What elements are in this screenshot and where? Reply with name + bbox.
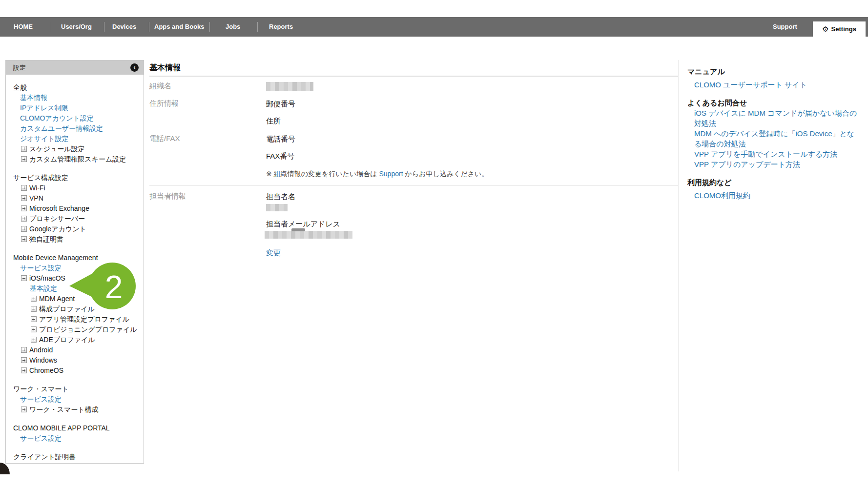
nav-item-home[interactable]: HOME [14,17,33,37]
tree-item-label: サービス構成設定 [13,174,68,182]
expand-toggle-icon[interactable] [21,357,27,363]
nav-item-support[interactable]: Support [773,17,797,37]
terms-link-clomo[interactable]: CLOMO利用規約 [687,190,859,201]
expand-toggle-icon[interactable] [21,205,27,211]
tree-item: 構成プロファイル [6,304,144,314]
tree-item-label: CLOMO MOBILE APP PORTAL [13,424,110,432]
tree-item: ワーク・スマート [6,384,144,394]
expand-toggle-icon[interactable] [21,195,27,201]
tree-item-label[interactable]: IPアドレス制限 [20,104,68,112]
settings-tab-label: Settings [831,25,856,33]
change-link[interactable]: 変更 [266,248,281,258]
fax-number-label: FAX番号 [266,152,294,161]
tree-item: サービス設定 [6,433,144,444]
expand-toggle-icon[interactable] [21,226,27,232]
tree-item-label[interactable]: ジオサイト設定 [20,135,69,142]
tree-item: Windows [6,355,144,366]
manual-link-user-support-site[interactable]: CLOMO ユーザーサポート サイト [687,80,859,90]
tree-item-label[interactable]: サービス設定 [20,264,62,272]
cutoff-dark-shape [0,463,10,474]
expand-toggle-icon[interactable] [31,326,37,332]
support-link[interactable]: Support [379,170,403,178]
phone-number-label: 電話番号 [266,135,295,144]
tree-item-label[interactable]: 基本情報 [20,94,47,102]
expand-toggle-icon[interactable] [21,185,27,191]
nav-separator [257,22,258,32]
page-title: 基本情報 [149,63,181,73]
tree-item: Wi-Fi [6,183,144,193]
divider [149,76,678,77]
redacted-email-remnant [291,228,305,231]
faq-link-mdm-command[interactable]: iOS デバイスに MDM コマンドが届かない場合の対処法 [687,108,859,128]
nav-separator [51,22,51,32]
tree-item-label: VPN [29,194,43,202]
expand-toggle-icon[interactable] [31,296,37,302]
contact-name-label: 担当者名 [266,192,295,202]
tree-item-label[interactable]: サービス設定 [20,434,62,442]
tree-item-label: Mobile Device Management [13,254,98,262]
tree-item: 基本情報 [6,93,144,103]
redacted-contact-email [265,231,352,239]
tree-item-label[interactable]: 基本設定 [30,285,57,292]
tree-item-label: カスタム管理権限スキーム設定 [29,155,126,163]
nav-item-reports[interactable]: Reports [269,17,293,37]
expand-toggle-icon[interactable] [21,236,27,242]
tree-item-label: 独自証明書 [29,235,63,243]
tree-item-label: アプリ管理設定プロファイル [39,315,129,323]
tree-item: カスタム管理権限スキーム設定 [6,154,144,164]
nav-item-users-org[interactable]: Users/Org [61,17,92,37]
tree-item-label: Googleアカウント [29,225,86,233]
tree-item: サービス設定 [6,263,144,273]
faq-link-vpp-update[interactable]: VPP アプリのアップデート方法 [687,159,859,169]
tree-item: アプリ管理設定プロファイル [6,314,144,325]
tree-item-label: iOS/macOS [29,274,65,282]
tree-item: ChromeOS [6,366,144,376]
expand-toggle-icon[interactable] [21,275,27,281]
faq-link-vpp-manual-install[interactable]: VPP アプリを手動でインストールする方法 [687,149,859,159]
address-info-label: 住所情報 [149,99,179,108]
tree-item-label: クライアント証明書 [13,453,76,461]
redacted-org-name [266,82,313,91]
faq-header: よくあるお問合せ [687,98,859,108]
expand-toggle-icon[interactable] [21,347,27,353]
tree-item: 全般 [6,82,144,93]
expand-toggle-icon[interactable] [21,216,27,222]
tree-item: Mobile Device Management [6,253,144,263]
address-field-label: 住所 [266,117,281,126]
settings-tab[interactable]: ⚙ Settings [813,21,866,37]
tree-item-label[interactable]: サービス設定 [20,395,62,403]
tree-item: 独自証明書 [6,234,144,244]
tree-item: Microsoft Exchange [6,203,144,214]
manual-header: マニュアル [687,66,859,77]
contact-info-label: 担当者情報 [149,192,186,201]
expand-toggle-icon[interactable] [31,306,37,312]
sidebar-collapse-button[interactable]: ‹ [130,63,139,72]
expand-toggle-icon[interactable] [31,337,37,343]
tree-item-label: 構成プロファイル [39,305,95,313]
tree-item-label: Wi-Fi [29,184,45,192]
postal-code-label: 郵便番号 [266,100,295,109]
expand-toggle-icon[interactable] [21,146,27,152]
expand-toggle-icon[interactable] [21,367,27,373]
tree-item-label: プロビジョニングプロファイル [39,325,137,333]
tree-item: 基本設定 [6,284,144,294]
faq-link-ios-device-registration[interactable]: MDM へのデバイス登録時に「iOS Device」となる場合の対処法 [687,128,859,149]
tree-item-label: プロキシサーバー [29,215,85,223]
expand-toggle-icon[interactable] [21,407,27,412]
tree-item-label: ADEプロファイル [39,336,95,344]
contact-email-label: 担当者メールアドレス [266,220,340,229]
nav-item-jobs[interactable]: Jobs [226,17,240,37]
tree-item: CLOMO MOBILE APP PORTAL [6,423,144,433]
expand-toggle-icon[interactable] [31,316,37,322]
tree-item: IPアドレス制限 [6,103,144,113]
nav-separator [104,22,104,32]
tree-item-label[interactable]: カスタムユーザー情報設定 [20,124,103,132]
settings-tree: 全般基本情報IPアドレス制限CLOMOアカウント設定カスタムユーザー情報設定ジオ… [6,75,144,463]
tree-item-label: Microsoft Exchange [29,204,89,212]
tree-item-label: Windows [29,356,57,364]
tree-item: クライアント証明書 [6,452,144,462]
nav-item-apps-and-books[interactable]: Apps and Books [154,17,205,37]
nav-item-devices[interactable]: Devices [112,17,136,37]
expand-toggle-icon[interactable] [21,156,27,162]
tree-item-label[interactable]: CLOMOアカウント設定 [20,114,94,122]
